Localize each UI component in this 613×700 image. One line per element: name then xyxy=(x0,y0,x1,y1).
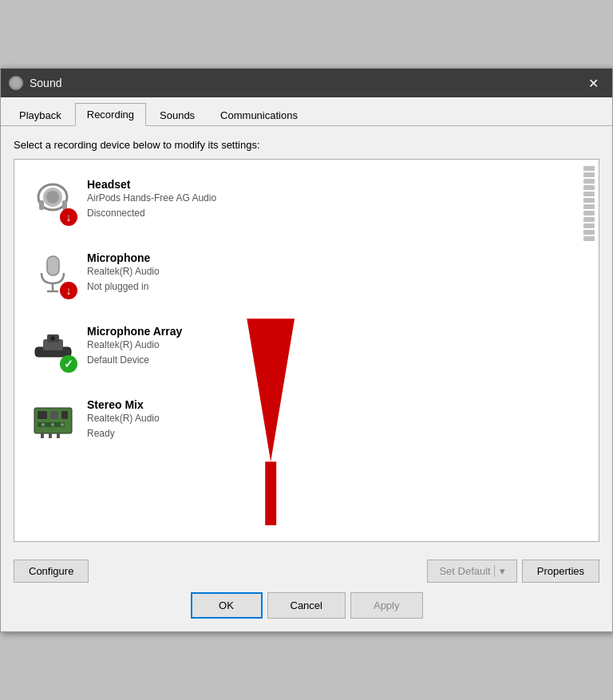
device-item-stereo-mix[interactable]: Stereo Mix Realtek(R) Audio Ready xyxy=(18,383,595,457)
microphone-icon-wrap: ↓ xyxy=(25,245,81,301)
stereo-mix-icon-wrap xyxy=(25,392,81,448)
svg-rect-13 xyxy=(38,411,47,419)
microphone-info: Microphone Realtek(R) Audio Not plugged … xyxy=(87,251,160,295)
mic-array-info: Microphone Array Realtek(R) Audio Defaul… xyxy=(87,325,182,368)
mic-array-icon-wrap: ✓ xyxy=(25,318,81,374)
set-default-button[interactable]: Set Default ▾ xyxy=(427,560,516,583)
window-icon xyxy=(9,76,23,90)
svg-rect-22 xyxy=(57,433,60,438)
stereo-mix-info: Stereo Mix Realtek(R) Audio Ready xyxy=(87,398,160,441)
ok-button[interactable]: OK xyxy=(191,592,263,619)
stereo-mix-icon xyxy=(31,398,75,442)
svg-point-11 xyxy=(50,336,55,341)
close-button[interactable]: ✕ xyxy=(582,73,604,93)
tab-communications[interactable]: Communications xyxy=(208,103,310,126)
device-item-headset[interactable]: ↓ Headset AirPods Hands-Free AG Audio Di… xyxy=(18,163,595,236)
svg-point-18 xyxy=(51,423,54,426)
window-title: Sound xyxy=(30,77,582,89)
tab-playback[interactable]: Playback xyxy=(7,103,73,126)
svg-point-4 xyxy=(46,191,59,204)
ok-cancel-row: OK Cancel Apply xyxy=(1,592,612,631)
headset-status-badge: ↓ xyxy=(60,208,77,226)
svg-point-19 xyxy=(61,423,64,426)
device-list: ↓ Headset AirPods Hands-Free AG Audio Di… xyxy=(14,159,599,542)
tab-sounds[interactable]: Sounds xyxy=(148,103,207,126)
microphone-status-badge: ↓ xyxy=(60,282,77,299)
svg-rect-14 xyxy=(50,411,58,419)
cancel-button[interactable]: Cancel xyxy=(267,592,346,619)
sound-window: Sound ✕ Playback Recording Sounds Commun… xyxy=(0,68,613,632)
svg-rect-20 xyxy=(41,433,44,438)
device-item-microphone[interactable]: ↓ Microphone Realtek(R) Audio Not plugge… xyxy=(18,236,595,310)
stereo-mix-sub: Realtek(R) Audio Ready xyxy=(87,411,160,441)
dropdown-arrow-icon[interactable]: ▾ xyxy=(494,565,505,577)
svg-rect-1 xyxy=(39,200,44,210)
instruction-text: Select a recording device below to modif… xyxy=(14,139,599,151)
tab-bar: Playback Recording Sounds Communications xyxy=(1,97,612,126)
headset-info: Headset AirPods Hands-Free AG Audio Disc… xyxy=(87,178,216,221)
mic-array-status-badge: ✓ xyxy=(60,355,77,373)
tab-recording[interactable]: Recording xyxy=(75,103,146,126)
svg-point-17 xyxy=(42,423,45,426)
svg-rect-5 xyxy=(47,256,59,275)
headset-sub: AirPods Hands-Free AG Audio Disconnected xyxy=(87,191,216,221)
svg-rect-25 xyxy=(265,461,276,525)
scrollbar[interactable] xyxy=(583,166,595,535)
title-bar: Sound ✕ xyxy=(1,69,612,97)
device-item-mic-array[interactable]: ✓ Microphone Array Realtek(R) Audio Defa… xyxy=(18,310,595,383)
headset-icon-wrap: ↓ xyxy=(25,172,81,227)
configure-button[interactable]: Configure xyxy=(14,560,89,583)
microphone-name: Microphone xyxy=(87,251,160,264)
stereo-mix-name: Stereo Mix xyxy=(87,398,160,411)
content-area: Select a recording device below to modif… xyxy=(1,126,612,552)
svg-rect-15 xyxy=(61,411,68,419)
svg-rect-21 xyxy=(49,433,52,438)
microphone-sub: Realtek(R) Audio Not plugged in xyxy=(87,264,160,295)
right-button-group: Set Default ▾ Properties xyxy=(427,560,599,583)
bottom-button-row: Configure Set Default ▾ Properties xyxy=(1,552,612,592)
apply-button[interactable]: Apply xyxy=(350,592,423,619)
mic-array-sub: Realtek(R) Audio Default Device xyxy=(87,338,182,368)
headset-name: Headset xyxy=(87,178,216,191)
properties-button[interactable]: Properties xyxy=(522,560,599,583)
mic-array-name: Microphone Array xyxy=(87,325,182,338)
